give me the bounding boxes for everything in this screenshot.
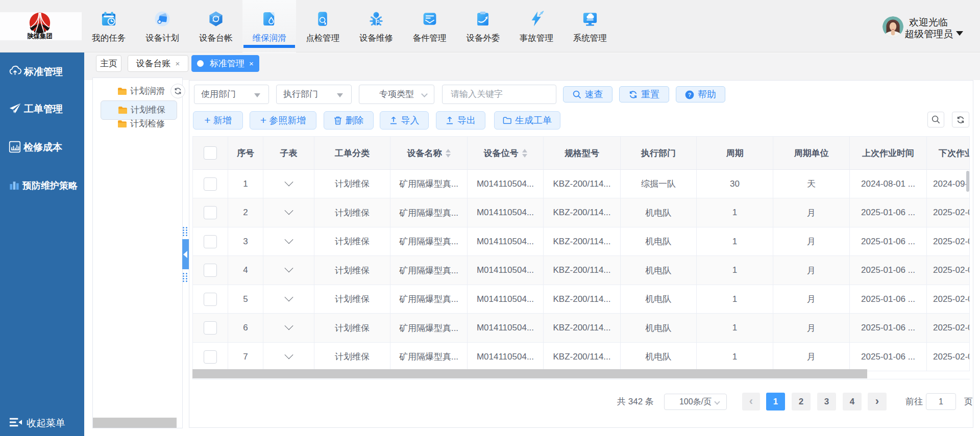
svg-text:?: ? bbox=[688, 92, 692, 98]
svg-text:陕煤集团: 陕煤集团 bbox=[28, 33, 52, 40]
